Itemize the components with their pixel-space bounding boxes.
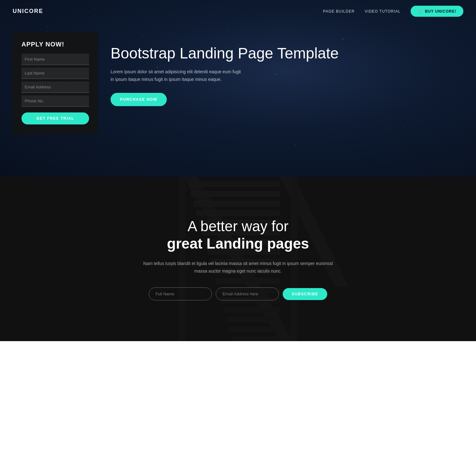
hero-description: Lorem ipsum dolor sit amet adipisicing e…: [111, 68, 243, 83]
svg-rect-18: [232, 336, 280, 341]
escalator-content: A better way for great Landing pages Nam…: [143, 218, 333, 301]
svg-rect-5: [196, 211, 280, 216]
svg-rect-4: [194, 201, 280, 206]
first-name-input[interactable]: [21, 54, 89, 65]
video-tutorial-link[interactable]: VIDEO TUTORIAL: [365, 9, 401, 14]
page-builder-link[interactable]: PAGE BUILDER: [323, 9, 355, 14]
hero-heading: Bootstrap Landing Page Template: [111, 45, 463, 62]
apply-card: APPLY NOW! GET FREE TRIAL: [13, 32, 98, 135]
last-name-input[interactable]: [21, 68, 89, 79]
subscribe-name-input[interactable]: [149, 287, 212, 300]
escalator-heading-line2: great Landing pages: [167, 235, 309, 252]
nav-links: PAGE BUILDER VIDEO TUTORIAL 🛒 BUY UNICOR…: [323, 6, 463, 17]
cart-icon: 🛒: [418, 9, 423, 14]
svg-rect-16: [227, 317, 280, 322]
navbar: UNICORE PAGE BUILDER VIDEO TUTORIAL 🛒 BU…: [0, 0, 476, 22]
phone-input[interactable]: [21, 95, 89, 107]
hero-text: Bootstrap Landing Page Template Lorem ip…: [111, 32, 463, 106]
site-logo: UNICORE: [13, 8, 43, 15]
purchase-button[interactable]: PURCHASE NOW: [111, 93, 167, 106]
buy-button[interactable]: 🛒 BUY UNICORE!: [411, 6, 463, 17]
subscribe-row: SUBSCRIBE: [143, 287, 333, 300]
get-trial-button[interactable]: GET FREE TRIAL: [21, 112, 89, 124]
subscribe-email-input[interactable]: [216, 287, 279, 300]
svg-rect-17: [230, 327, 280, 332]
escalator-heading-line1: A better way for: [188, 218, 289, 234]
subscribe-button[interactable]: SUBSCRIBE: [283, 288, 327, 300]
email-input[interactable]: [21, 81, 89, 93]
escalator-heading: A better way for great Landing pages: [143, 218, 333, 252]
escalator-section: A better way for great Landing pages Nam…: [0, 177, 476, 341]
svg-rect-2: [188, 182, 280, 187]
buy-button-label: BUY UNICORE!: [425, 9, 456, 14]
hero-section: UNICORE PAGE BUILDER VIDEO TUTORIAL 🛒 BU…: [0, 0, 476, 177]
hero-content: APPLY NOW! GET FREE TRIAL Bootstrap Land…: [0, 22, 476, 135]
apply-title: APPLY NOW!: [21, 41, 89, 48]
escalator-description: Nam tellus turpis blandit et ligula vel …: [143, 260, 333, 275]
svg-rect-15: [224, 307, 280, 312]
svg-rect-3: [191, 191, 280, 196]
